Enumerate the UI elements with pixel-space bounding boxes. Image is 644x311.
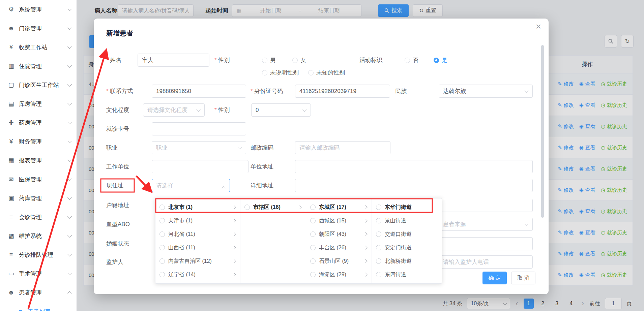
- yen-icon: ¥: [7, 44, 15, 51]
- radio-circle-icon: [310, 231, 316, 237]
- sidebar-item[interactable]: ✉医保管理: [0, 170, 77, 189]
- sidebar-menu: ⚙系统管理☻门诊管理¥收费工作站▥住院管理▢门诊医生工作站▤库房管理✚药房管理¥…: [0, 0, 77, 302]
- sidebar-item[interactable]: ▭手术管理: [0, 264, 77, 283]
- sidebar-item[interactable]: ☻患者管理: [0, 283, 77, 302]
- occupation-label: 职业: [106, 141, 118, 154]
- cascader-option[interactable]: 市辖区 (16): [240, 200, 306, 214]
- patient-source-select[interactable]: 患者来源: [439, 218, 533, 231]
- radio-female[interactable]: 女: [292, 54, 306, 67]
- cascader-option[interactable]: 东城区 (17): [306, 200, 372, 214]
- chevron-down-icon: [67, 101, 72, 105]
- cascader-option[interactable]: 石景山区 (9): [306, 254, 372, 268]
- report-icon: ▦: [7, 157, 15, 164]
- modal-scrollbar-thumb[interactable]: [541, 45, 544, 218]
- radio-gender-unknown[interactable]: 未知的性别: [308, 66, 345, 79]
- sidebar-item[interactable]: ▣药库管理: [0, 189, 77, 208]
- finance-yen-icon: ¥: [7, 138, 15, 145]
- sidebar-item[interactable]: ▦报表管理: [0, 151, 77, 170]
- postal-input[interactable]: [295, 141, 390, 154]
- radio-circle-icon: [310, 272, 316, 277]
- sidebar: ⚙系统管理☻门诊管理¥收费工作站▥住院管理▢门诊医生工作站▤库房管理✚药房管理¥…: [0, 0, 77, 311]
- chevron-down-icon: [67, 120, 72, 124]
- close-icon[interactable]: ×: [536, 22, 541, 31]
- sidebar-item[interactable]: ▤库房管理: [0, 94, 77, 113]
- guardian-phone-input[interactable]: [439, 255, 533, 269]
- contact-input[interactable]: [152, 85, 246, 98]
- cancel-button[interactable]: 取 消: [511, 272, 535, 284]
- cascader-option[interactable]: 西城区 (15): [306, 214, 372, 227]
- cascader-province-column: 北京市 (1)天津市 (1)河北省 (11)山西省 (11)内蒙古自治区 (12…: [155, 198, 240, 283]
- chevron-down-icon: [67, 63, 72, 68]
- cascader-option[interactable]: 丰台区 (26): [306, 241, 372, 254]
- radio-male[interactable]: 男: [262, 54, 276, 67]
- radio-circle-icon: [159, 231, 165, 237]
- chevron-up-icon: [222, 186, 226, 190]
- radio-circle-icon: [376, 231, 381, 237]
- radio-circle-icon: [376, 272, 381, 277]
- work-unit-input[interactable]: [152, 160, 248, 173]
- sidebar-item[interactable]: ▥住院管理: [0, 57, 77, 75]
- occupation-select[interactable]: 职业: [152, 141, 246, 154]
- radio-circle-icon: [244, 205, 250, 210]
- chevron-right-icon: [232, 246, 236, 249]
- radio-circle-icon: [405, 58, 410, 63]
- cascader-option[interactable]: 北京市 (1): [155, 200, 240, 214]
- sidebar-item[interactable]: ▢门诊医生工作站: [0, 75, 77, 94]
- cascader-option[interactable]: 东四街道: [372, 268, 442, 281]
- chevron-down-icon: [67, 7, 72, 11]
- radio-circle-icon: [310, 218, 316, 223]
- cascader-option[interactable]: 东华门街道: [372, 200, 442, 214]
- sidebar-subitem-label: 患者列表: [28, 308, 51, 311]
- chevron-down-icon: [67, 26, 72, 30]
- sidebar-item[interactable]: ≡会诊管理: [0, 208, 77, 226]
- sidebar-item[interactable]: ¥收费工作站: [0, 38, 77, 57]
- radio-activity-yes[interactable]: 是: [434, 54, 447, 67]
- chevron-down-icon: [196, 107, 201, 112]
- cascader-option[interactable]: 海淀区 (29): [306, 268, 372, 281]
- sidebar-item-patient-list[interactable]: ☻ 患者列表: [0, 302, 77, 311]
- cascader-option[interactable]: 交道口街道: [372, 227, 442, 241]
- cascader-option[interactable]: 北新桥街道: [372, 254, 442, 268]
- sidebar-item[interactable]: ✚药房管理: [0, 113, 77, 132]
- sidebar-item[interactable]: ▩维护系统: [0, 226, 77, 245]
- add-patient-dialog: 新增患者 × 姓名 性别 男 女 活动标识 否 是 未说明性别 未知的性别 联系…: [94, 19, 549, 294]
- chevron-down-icon: [67, 233, 72, 238]
- detail-address-input[interactable]: [295, 179, 533, 192]
- cascader-option[interactable]: 安定门街道: [372, 241, 442, 254]
- id-number-input[interactable]: [295, 85, 390, 98]
- visit-card-input[interactable]: [152, 122, 246, 135]
- chevron-right-icon: [363, 273, 367, 276]
- patient-list-icon: ☻: [17, 308, 24, 311]
- education-select[interactable]: 请选择文化程度: [143, 103, 205, 117]
- sidebar-item[interactable]: ⚙系统管理: [0, 0, 77, 19]
- cascader-option[interactable]: 辽宁省 (14): [155, 268, 240, 281]
- radio-circle-icon: [310, 245, 316, 250]
- radio-activity-no[interactable]: 否: [405, 54, 418, 67]
- sidebar-item[interactable]: ☻门诊管理: [0, 19, 77, 38]
- cascader-option[interactable]: 朝阳区 (43): [306, 227, 372, 241]
- sidebar-item[interactable]: ¥财务管理: [0, 132, 77, 151]
- chevron-down-icon: [67, 271, 72, 275]
- current-address-cascader-select[interactable]: 请选择: [152, 179, 230, 192]
- radio-circle-icon: [308, 70, 314, 75]
- marital-label: 婚姻状态: [106, 237, 129, 250]
- cascader-option[interactable]: 天津市 (1): [155, 214, 240, 227]
- cascader-city-column: 市辖区 (16): [240, 198, 306, 283]
- cascader-option[interactable]: 内蒙古自治区 (12): [155, 254, 240, 268]
- cascader-option[interactable]: 河北省 (11): [155, 227, 240, 241]
- radio-checked-icon: [434, 58, 439, 63]
- cascader-option[interactable]: 山西省 (11): [155, 241, 240, 254]
- radio-circle-icon: [159, 245, 165, 250]
- name-input[interactable]: [138, 54, 209, 67]
- ethnicity-select[interactable]: 达斡尔族: [439, 85, 533, 98]
- radio-circle-icon: [376, 218, 381, 223]
- confirm-button[interactable]: 确 定: [482, 272, 507, 284]
- chevron-down-icon: [67, 195, 72, 200]
- sidebar-item[interactable]: ≡分诊排队管理: [0, 245, 77, 264]
- unit-address-label: 单位地址: [251, 160, 273, 173]
- unit-address-input[interactable]: [295, 160, 533, 173]
- cascader-option[interactable]: 景山街道: [372, 214, 442, 227]
- radio-circle-icon: [159, 272, 165, 277]
- gender-select[interactable]: 0: [251, 103, 311, 117]
- radio-gender-unstated[interactable]: 未说明性别: [262, 66, 299, 79]
